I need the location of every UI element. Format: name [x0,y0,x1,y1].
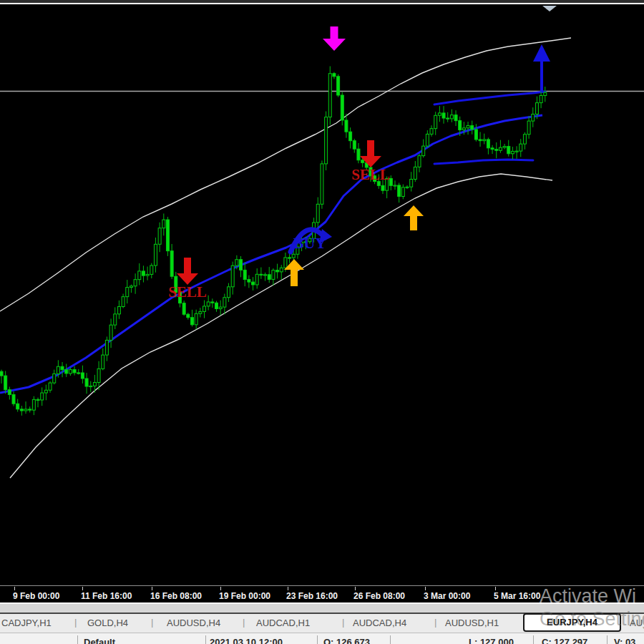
sell-signal-arrow-2-label: SELL [351,166,390,183]
candle-body [61,366,64,369]
candle-body [349,132,352,140]
candle-body [102,355,104,369]
candle-body [158,228,161,245]
candle-body [511,151,514,153]
candle-body [211,302,214,303]
status-cell: O: 126.673 [323,637,370,644]
candle-body [284,258,287,268]
candle-body [57,366,59,374]
axis-tick [288,587,288,590]
candle-body [272,270,275,280]
status-divider [205,635,206,644]
candle-body [85,379,88,386]
candle-body [459,121,462,130]
candle-body [8,390,11,395]
status-divider [77,635,78,644]
chart-tab-audusd-h4[interactable]: AUDUSD,H4 [167,618,220,628]
candle-body [93,382,96,386]
candle-body [292,254,295,258]
candle-body [418,156,421,167]
candle-body [487,140,489,148]
candle-body [276,270,279,272]
candle-body [228,287,230,298]
chart-tab-audusd-h1[interactable]: AUDUSD,H1 [445,618,499,628]
candle-body [255,274,258,285]
candle-body [527,121,530,135]
chart-shift-marker[interactable] [542,6,557,11]
chart-tab-audcad-h4[interactable]: AUDCAD,H4 [353,618,406,628]
blue-line-2[interactable] [434,160,533,164]
sell-signal-arrow-1[interactable] [177,258,198,285]
candle-body [532,114,535,121]
candle-body [471,126,474,130]
sell-signal-arrow-2[interactable] [360,140,381,167]
axis-tick [425,587,426,590]
candle-body [73,370,76,373]
chart-tab-gold-h4[interactable]: GOLD,H4 [87,618,128,628]
magenta-signal-arrow[interactable] [323,26,346,51]
candle-body [138,271,141,280]
candle-body [166,220,169,251]
axis-label: 16 Feb 08:00 [150,591,202,601]
axis-label: 3 Mar 00:00 [424,591,470,601]
candle-body [450,115,453,119]
candle-body [462,128,465,130]
candle-body [248,280,250,283]
candle-body [203,306,206,312]
candle-body [190,318,193,325]
mt4-chart-window: SELLSELLBUY 9 Feb 00:0011 Feb 16:0016 Fe… [0,0,644,644]
status-cell: V: 03 [614,637,635,644]
candle-body [434,115,437,128]
candle-body [162,220,165,228]
candle-body [260,274,263,275]
candle-body [430,129,433,135]
candle-body [20,409,23,411]
candle-body [491,148,494,150]
chart-canvas[interactable]: SELLSELLBUY [0,0,644,585]
status-cell: Default [84,637,115,644]
candle-body [215,303,218,308]
status-divider [317,635,318,644]
candle-body [53,374,56,383]
chart-tab-cadjpy-h1[interactable]: CADJPY,H1 [1,618,52,628]
candle-body [544,92,547,95]
candle-body [479,140,482,141]
status-divider [533,635,534,644]
candle-body [333,74,336,77]
candle-body [447,118,449,119]
axis-tick [355,587,356,590]
candle-body [231,265,234,287]
candlesticks [0,67,547,416]
tab-divider: | [243,617,245,628]
shift-triangle-icon[interactable] [542,6,557,11]
candle-body [146,274,149,275]
candle-body [398,185,401,197]
moving-average-line [0,115,542,393]
buy-signal-arrow-2[interactable] [404,205,424,230]
blue-line-1[interactable] [434,92,545,104]
candle-body [406,187,409,187]
candle-body [243,270,246,279]
sell-signal-arrow-1-label: SELL [168,283,207,301]
candle-body [16,404,19,409]
candle-body [77,373,80,374]
candle-body [467,126,469,128]
candle-body [288,258,291,258]
axis-tick [82,587,83,590]
axis-tick [220,587,221,590]
tab-divider: | [434,617,436,628]
status-cell: 2021.03.10 12:00 [210,637,283,644]
window-top-strip [0,0,644,3]
axis-label: 11 Feb 16:00 [81,591,132,601]
candle-body [515,151,518,152]
signal-markers[interactable]: SELLSELLBUY [168,26,550,301]
candle-body [32,399,35,410]
candle-body [280,268,283,272]
candle-body [114,314,117,325]
chart-tab-audcad-h1[interactable]: AUDCAD,H1 [256,618,310,628]
candle-body [65,370,68,374]
candle-body [328,74,331,117]
candle-body [401,187,404,197]
candle-body [337,77,340,95]
lower-band-line [10,174,552,478]
